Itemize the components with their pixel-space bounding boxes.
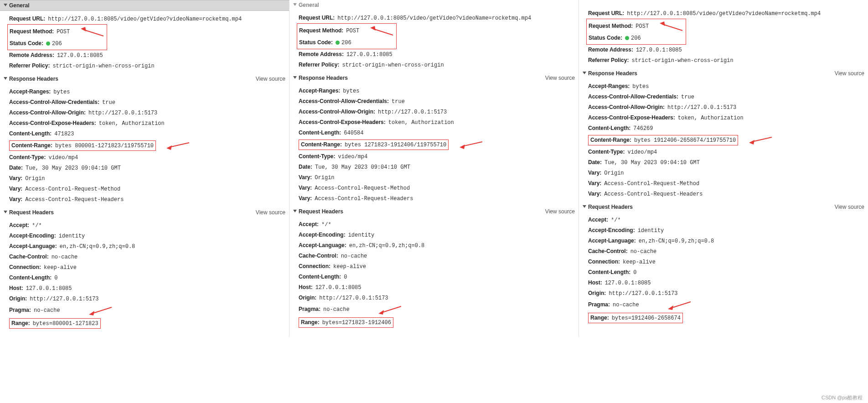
referrer-policy-row: Referrer Policy:strict-origin-when-cross…	[4, 61, 285, 71]
status-dot-icon	[336, 41, 340, 45]
arrow-annotation-icon	[378, 305, 403, 315]
content-range-row: Content-Range:bytes 1271823-1912406/1197…	[293, 138, 575, 151]
svg-marker-23	[583, 205, 586, 208]
svg-marker-12	[293, 76, 297, 79]
range-row: Range:bytes=1912406-2658674	[583, 311, 864, 325]
svg-marker-22	[749, 140, 754, 145]
status-dot-icon	[46, 41, 50, 46]
svg-line-24	[671, 302, 691, 308]
disclosure-triangle-icon	[583, 204, 586, 210]
disclosure-triangle-icon	[4, 209, 7, 216]
svg-marker-9	[293, 3, 297, 6]
disclosure-triangle-icon	[293, 75, 297, 81]
method-status-highlight-box: Request Method:POST Status Code:206	[586, 19, 686, 45]
content-range-row: Content-Range:bytes 800001-1271823/11975…	[4, 139, 285, 152]
response-headers-section-header[interactable]: Response Headers View source	[289, 73, 579, 83]
general-title: General	[9, 2, 30, 9]
svg-marker-8	[89, 311, 94, 315]
svg-line-4	[169, 143, 189, 147]
arrow-annotation-icon	[370, 26, 395, 36]
remote-address-row: Remote Address:127.0.0.1:8085	[4, 50, 285, 61]
arrow-annotation-icon	[166, 141, 191, 151]
arrow-annotation-icon	[460, 140, 485, 150]
svg-marker-5	[166, 145, 172, 150]
view-source-link[interactable]: View source	[545, 75, 575, 81]
request-url-row: Request URL:http://127.0.0.1:8085/video/…	[4, 14, 285, 24]
request-headers-section-header[interactable]: Request Headers View source	[579, 202, 868, 212]
svg-marker-14	[460, 145, 465, 149]
svg-line-10	[373, 29, 393, 35]
view-source-link[interactable]: View source	[256, 76, 285, 82]
svg-line-18	[662, 24, 682, 31]
svg-marker-19	[660, 21, 665, 26]
svg-marker-2	[81, 27, 86, 31]
svg-marker-3	[4, 77, 7, 80]
svg-line-16	[381, 306, 401, 313]
method-status-highlight-box: Request Method:POST Status Code:206	[7, 24, 107, 50]
response-headers-section-header[interactable]: Response Headers View source	[579, 68, 868, 78]
svg-marker-6	[4, 211, 7, 213]
disclosure-triangle-icon	[583, 70, 586, 77]
view-source-link[interactable]: View source	[835, 70, 864, 77]
view-source-link[interactable]: View source	[545, 208, 575, 215]
svg-marker-0	[4, 4, 7, 6]
svg-marker-25	[668, 305, 673, 310]
status-dot-icon	[625, 36, 629, 40]
view-source-link[interactable]: View source	[835, 204, 864, 210]
svg-marker-20	[583, 72, 586, 74]
svg-line-7	[92, 307, 112, 314]
arrow-annotation-icon	[668, 300, 693, 310]
disclosure-triangle-icon	[4, 2, 7, 9]
disclosure-triangle-icon	[293, 208, 297, 215]
arrow-annotation-icon	[660, 21, 685, 31]
svg-line-21	[752, 137, 772, 142]
method-status-highlight-box: Request Method:POST Status Code:206	[297, 23, 397, 49]
svg-line-1	[83, 30, 103, 36]
response-headers-section-header[interactable]: Response Headers View source	[0, 74, 289, 84]
request-headers-section-header[interactable]: Request Headers View source	[0, 207, 289, 217]
request-headers-section-header[interactable]: Request Headers View source	[289, 207, 579, 217]
content-range-row: Content-Range:bytes 1912406-2658674/1197…	[583, 134, 864, 147]
svg-marker-11	[370, 26, 376, 31]
arrow-annotation-icon	[81, 27, 106, 37]
general-section-header[interactable]: General	[289, 0, 579, 10]
svg-line-13	[462, 142, 482, 146]
svg-marker-15	[293, 210, 297, 212]
disclosure-triangle-icon	[4, 76, 7, 82]
arrow-annotation-icon	[749, 135, 774, 145]
arrow-annotation-icon	[89, 305, 114, 315]
general-section-header[interactable]: General	[0, 0, 289, 11]
svg-marker-17	[378, 310, 384, 315]
range-row: Range:bytes=1271823-1912406	[293, 316, 575, 329]
disclosure-triangle-icon	[293, 2, 297, 8]
view-source-link[interactable]: View source	[256, 209, 285, 216]
range-row: Range:bytes=800001-1271823	[4, 317, 285, 330]
